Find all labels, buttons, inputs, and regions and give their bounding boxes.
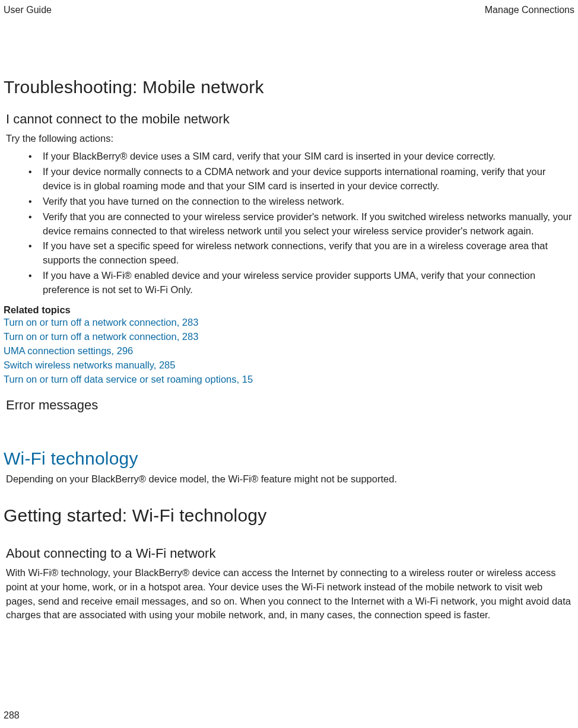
related-link[interactable]: Turn on or turn off a network connection… (4, 330, 574, 344)
list-item: Verify that you are connected to your wi… (28, 210, 574, 240)
header-left: User Guide (4, 5, 52, 15)
troubleshoot-list: If your BlackBerry® device uses a SIM ca… (4, 150, 574, 298)
about-wifi-body: With Wi-Fi® technology, your BlackBerry®… (4, 566, 574, 623)
list-item: If your BlackBerry® device uses a SIM ca… (28, 150, 574, 165)
related-link[interactable]: Turn on or turn off a network connection… (4, 316, 574, 330)
intro-text: Try the following actions: (4, 132, 574, 146)
subheading-about-connecting-wifi: About connecting to a Wi-Fi network (4, 546, 574, 561)
heading-troubleshooting: Troubleshooting: Mobile network (4, 77, 574, 97)
list-item: Verify that you have turned on the conne… (28, 195, 574, 210)
page-header: User Guide Manage Connections (4, 5, 574, 15)
subheading-error-messages: Error messages (4, 398, 574, 413)
heading-getting-started-wifi: Getting started: Wi-Fi technology (4, 506, 574, 526)
subheading-cannot-connect: I cannot connect to the mobile network (4, 112, 574, 127)
related-link[interactable]: Turn on or turn off data service or set … (4, 373, 574, 387)
heading-wifi-technology: Wi-Fi technology (4, 449, 574, 469)
related-link[interactable]: Switch wireless networks manually, 285 (4, 358, 574, 373)
page-content: Troubleshooting: Mobile network I cannot… (4, 77, 574, 626)
list-item: If you have a Wi-Fi® enabled device and … (28, 269, 574, 298)
page-number: 288 (4, 710, 20, 721)
related-topics-heading: Related topics (4, 304, 574, 316)
list-item: If you have set a specific speed for wir… (28, 239, 574, 269)
wifi-intro-text: Depending on your BlackBerry® device mod… (4, 472, 574, 487)
list-item: If your device normally connects to a CD… (28, 165, 574, 195)
related-link[interactable]: UMA connection settings, 296 (4, 344, 574, 358)
header-right: Manage Connections (485, 5, 574, 15)
